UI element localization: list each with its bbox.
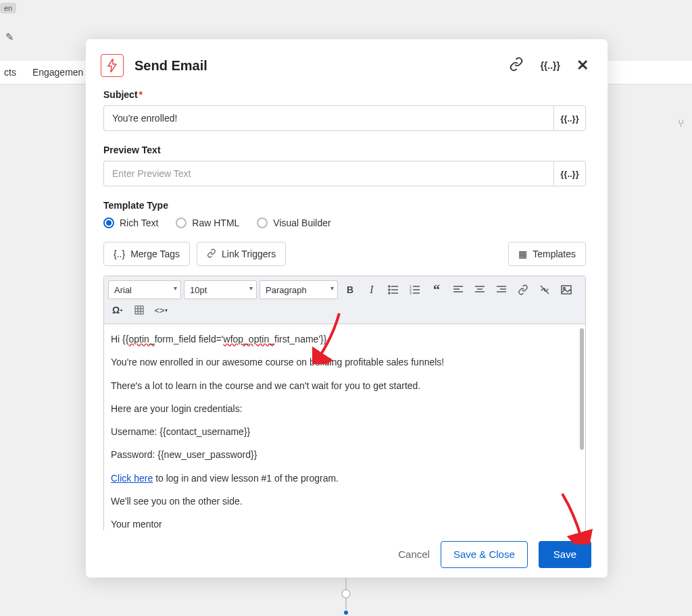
unlink-button[interactable] — [535, 280, 554, 299]
preview-text-input[interactable] — [103, 161, 553, 186]
insert-image-button[interactable] — [557, 280, 576, 299]
link-icon[interactable] — [509, 57, 524, 75]
bg-tag: en — [0, 3, 16, 14]
svg-text:3: 3 — [410, 291, 412, 295]
svg-point-32 — [344, 611, 348, 615]
bold-button[interactable]: B — [341, 280, 360, 299]
link-icon — [207, 249, 216, 260]
paragraph-format-select[interactable]: Paragraph — [260, 280, 338, 299]
radio-dot-icon — [176, 217, 187, 228]
save-and-close-button[interactable]: Save & Close — [441, 541, 528, 568]
rich-text-editor: Arial 10pt Paragraph B I 123 “ — [103, 276, 586, 530]
click-here-link[interactable]: Click here — [111, 473, 153, 484]
subject-input[interactable] — [103, 105, 553, 131]
radio-dot-icon — [257, 217, 268, 228]
preview-merge-button[interactable]: {{..}} — [553, 161, 586, 186]
template-type-radios: Rich Text Raw HTML Visual Builder — [103, 217, 586, 228]
lightning-icon — [101, 54, 124, 77]
font-family-select[interactable]: Arial — [108, 280, 181, 299]
svg-point-2 — [389, 289, 390, 290]
template-type-label: Template Type — [103, 200, 586, 211]
preview-label: Preview Text — [103, 145, 586, 155]
italic-button[interactable]: I — [362, 280, 381, 299]
bg-nav-item-1[interactable]: cts — [0, 67, 28, 78]
blockquote-button[interactable]: “ — [427, 280, 446, 299]
editor-content[interactable]: Hi {{optin_form_field field='wfop_optin_… — [104, 324, 585, 530]
subject-label: Subject* — [103, 89, 586, 100]
modal-body: Subject* {{..}} Preview Text {{..}} Temp… — [86, 89, 608, 530]
merge-icon: {..} — [114, 249, 125, 259]
subject-merge-button[interactable]: {{..}} — [553, 105, 586, 131]
svg-point-30 — [342, 590, 350, 598]
bullet-list-button[interactable] — [384, 280, 403, 299]
flow-connector — [337, 578, 355, 615]
svg-point-23 — [564, 288, 566, 290]
special-char-button[interactable]: Ω+ — [108, 301, 127, 319]
radio-visual-builder[interactable]: Visual Builder — [257, 217, 330, 228]
align-center-button[interactable] — [470, 280, 489, 299]
insert-link-button[interactable] — [514, 280, 533, 299]
merge-tag-icon[interactable]: {{..}} — [540, 60, 560, 71]
svg-point-0 — [389, 286, 390, 287]
editor-scrollbar[interactable] — [580, 328, 584, 450]
radio-rich-text[interactable]: Rich Text — [103, 217, 158, 228]
radio-raw-html[interactable]: Raw HTML — [176, 217, 239, 228]
font-size-select[interactable]: 10pt — [184, 280, 257, 299]
send-email-modal: Send Email {{..}} ✕ Subject* {{..}} Prev… — [86, 39, 608, 578]
link-triggers-button[interactable]: Link Triggers — [197, 242, 286, 266]
align-left-button[interactable] — [449, 280, 468, 299]
align-right-button[interactable] — [492, 280, 511, 299]
close-icon[interactable]: ✕ — [576, 57, 589, 74]
cancel-button[interactable]: Cancel — [398, 548, 430, 560]
svg-point-4 — [389, 292, 390, 294]
radio-dot-icon — [103, 217, 114, 228]
numbered-list-button[interactable]: 123 — [405, 280, 424, 299]
templates-button[interactable]: ▦ Templates — [508, 242, 586, 266]
grid-icon: ▦ — [518, 249, 527, 259]
modal-header: Send Email {{..}} ✕ — [86, 39, 608, 89]
source-code-button[interactable]: <>▾ — [151, 301, 170, 319]
modal-footer: Cancel Save & Close Save — [86, 530, 608, 578]
svg-rect-24 — [135, 306, 143, 314]
modal-title: Send Email — [134, 58, 207, 74]
split-icon[interactable]: ⑂ — [678, 118, 685, 130]
save-button[interactable]: Save — [539, 541, 591, 568]
table-button[interactable] — [130, 301, 149, 319]
pencil-icon[interactable]: ✎ — [5, 31, 14, 43]
editor-toolbar: Arial 10pt Paragraph B I 123 “ — [104, 276, 585, 324]
merge-tags-button[interactable]: {..} Merge Tags — [103, 242, 190, 266]
